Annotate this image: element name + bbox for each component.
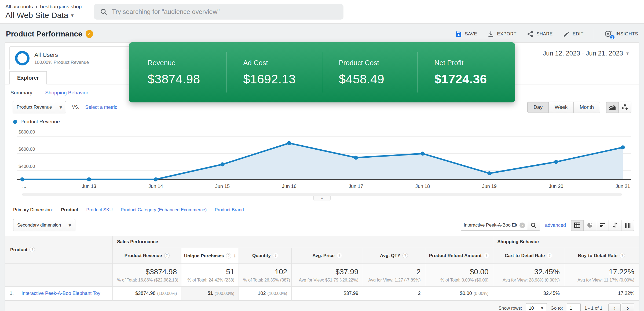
column-header-avg-price[interactable]: Avg. Price: [292, 248, 363, 264]
chart-legend: Product Revenue: [5, 113, 639, 125]
percentage-view-button[interactable]: [583, 220, 596, 231]
goto-page-input[interactable]: [567, 303, 581, 311]
share-icon: [527, 31, 534, 38]
breadcrumb: All accounts › bestbargains.shop: [5, 3, 82, 10]
column-header-product-revenue[interactable]: Product Revenue: [113, 248, 181, 264]
card-metric-ad-cost: Ad Cost $1692.13: [226, 42, 322, 102]
chevron-down-icon: [71, 12, 74, 18]
pivot-view-button[interactable]: [621, 220, 634, 231]
revenue-chart-svg: $400.00$600.00$800.00...Jun 13Jun 14Jun …: [10, 125, 634, 192]
secondary-dimension-button[interactable]: Secondary dimension: [13, 219, 75, 231]
help-icon[interactable]: [484, 253, 489, 258]
legend-label: Product Revenue: [20, 119, 60, 125]
rows-per-page-select[interactable]: 10: [526, 303, 547, 311]
primary-dimension-bar: Primary Dimension: Product Product SKU P…: [5, 203, 639, 217]
chart-collapse-button[interactable]: [313, 196, 331, 201]
clear-search-icon[interactable]: [519, 223, 525, 228]
row-index: 1.: [10, 291, 21, 296]
show-rows-label: Show rows:: [499, 306, 522, 311]
help-icon[interactable]: [30, 247, 35, 252]
dimension-product-category[interactable]: Product Category (Enhanced Ecommerce): [121, 207, 207, 213]
group-header-sales-performance: Sales Performance: [113, 236, 493, 248]
granularity-week[interactable]: Week: [548, 102, 574, 113]
svg-text:Jun 19: Jun 19: [482, 184, 497, 189]
help-icon[interactable]: [337, 253, 342, 258]
dimension-product[interactable]: Product: [61, 207, 78, 213]
granularity-day[interactable]: Day: [527, 102, 549, 113]
page-title: Product Performance: [6, 30, 82, 38]
motion-chart-button[interactable]: [619, 102, 631, 113]
data-view-button[interactable]: [571, 220, 584, 231]
line-chart-button[interactable]: [606, 102, 619, 113]
help-icon[interactable]: [164, 253, 170, 258]
help-icon[interactable]: [547, 253, 552, 258]
column-header-quantity[interactable]: Quantity: [239, 248, 292, 264]
svg-text:...: ...: [22, 184, 26, 189]
row-avg-price: $37.99: [292, 287, 363, 301]
property-switcher[interactable]: All Web Site Data: [5, 11, 82, 20]
totals-unique-purchases: 51% of Total: 24.42% (238): [181, 264, 239, 287]
segment-detail: 100.00% Product Revenue: [34, 60, 89, 65]
pivot-icon: [624, 222, 631, 228]
share-button[interactable]: SHARE: [527, 31, 553, 38]
row-product-cell: 1.Interactive Peek-A-Boo Elephant Toy: [5, 287, 113, 301]
dimension-product-brand[interactable]: Product Brand: [215, 207, 244, 213]
segment-donut-icon: [15, 51, 30, 65]
subtab-shopping-behavior[interactable]: Shopping Behavior: [45, 90, 88, 96]
dimension-product-sku[interactable]: Product SKU: [86, 207, 113, 213]
chevron-down-icon: [68, 222, 71, 228]
column-header-product-refund-amount[interactable]: Product Refund Amount: [425, 248, 493, 264]
help-icon[interactable]: [620, 253, 625, 258]
column-header-product[interactable]: Product: [5, 236, 113, 264]
tab-explorer[interactable]: Explorer: [9, 71, 47, 84]
svg-text:$600.00: $600.00: [19, 147, 35, 152]
insights-button[interactable]: 2 INSIGHTS: [604, 30, 638, 38]
svg-text:Jun 17: Jun 17: [349, 184, 363, 189]
triangle-down-icon: [321, 197, 324, 200]
table-grid-icon: [574, 222, 581, 228]
next-page-button[interactable]: [622, 303, 634, 311]
totals-quantity: 102% of Total: 26.35% (387): [239, 264, 292, 287]
select-caret-icon: [540, 306, 544, 310]
table-search-input[interactable]: [461, 220, 527, 231]
search-icon: [530, 222, 537, 228]
advanced-link[interactable]: advanced: [545, 223, 566, 228]
product-link[interactable]: Interactive Peek-A-Boo Elephant Toy: [21, 291, 100, 296]
column-header-cart-to-detail-rate[interactable]: Cart-to-Detail Rate: [493, 248, 564, 264]
row-avg-qty: 2: [363, 287, 425, 301]
column-header-unique-purchases[interactable]: Unique Purchases: [181, 248, 239, 264]
metric-dropdown[interactable]: Product Revenue: [13, 101, 66, 113]
line-chart-icon: [609, 104, 616, 110]
edit-button[interactable]: EDIT: [563, 31, 584, 38]
granularity-month[interactable]: Month: [573, 102, 600, 113]
group-header-shopping-behavior: Shopping Behavior: [493, 236, 639, 248]
table-controls: Secondary dimension advanced: [5, 217, 639, 236]
totals-avg-qty: 2Avg for View: 1.27 (-7.89%): [363, 264, 425, 287]
ga-product-performance-page: All accounts › bestbargains.shop All Web…: [0, 0, 644, 311]
date-range-picker[interactable]: Jun 12, 2023 - Jun 21, 2023: [532, 50, 630, 60]
export-button[interactable]: EXPORT: [487, 31, 517, 38]
sort-descending-icon[interactable]: [233, 253, 236, 258]
chevron-right-icon: [627, 305, 629, 311]
granularity-group: Day Week Month: [527, 102, 600, 113]
table-view-group: [571, 220, 634, 231]
help-icon[interactable]: [226, 253, 231, 258]
performance-view-button[interactable]: [596, 220, 609, 231]
subtab-summary[interactable]: Summary: [10, 90, 32, 96]
breadcrumb-account[interactable]: bestbargains.shop: [40, 4, 82, 10]
timeseries-chart: $400.00$600.00$800.00...Jun 13Jun 14Jun …: [5, 125, 639, 192]
help-icon[interactable]: [402, 253, 408, 258]
select-metric-link[interactable]: Select a metric: [85, 105, 117, 110]
chevron-left-icon: [613, 305, 615, 311]
column-header-avg-qty[interactable]: Avg. QTY: [363, 248, 425, 264]
pager: [608, 303, 634, 311]
help-icon[interactable]: [273, 253, 278, 258]
previous-page-button[interactable]: [608, 303, 621, 311]
column-header-buy-to-detail-rate[interactable]: Buy-to-Detail Rate: [564, 248, 639, 264]
save-button[interactable]: SAVE: [455, 31, 477, 38]
comparison-view-button[interactable]: [609, 220, 621, 231]
breadcrumb-all-accounts[interactable]: All accounts: [5, 4, 33, 10]
table-search-button[interactable]: [527, 220, 540, 231]
search-input[interactable]: [112, 8, 338, 16]
chevron-down-icon: [59, 104, 62, 110]
